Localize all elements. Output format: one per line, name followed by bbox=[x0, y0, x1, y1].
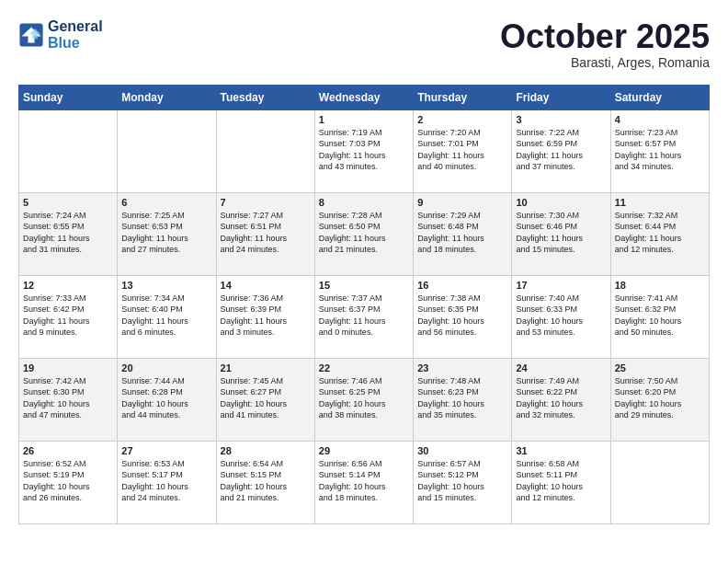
calendar-cell: 23Sunrise: 7:48 AM Sunset: 6:23 PM Dayli… bbox=[414, 358, 512, 441]
calendar-cell: 25Sunrise: 7:50 AM Sunset: 6:20 PM Dayli… bbox=[610, 358, 709, 441]
calendar-cell: 5Sunrise: 7:24 AM Sunset: 6:55 PM Daylig… bbox=[19, 192, 118, 275]
calendar-cell: 31Sunrise: 6:58 AM Sunset: 5:11 PM Dayli… bbox=[512, 441, 610, 523]
calendar-cell bbox=[216, 109, 314, 192]
day-number: 25 bbox=[615, 362, 705, 373]
cell-info: Sunrise: 7:23 AM Sunset: 6:57 PM Dayligh… bbox=[615, 127, 705, 173]
cell-info: Sunrise: 7:41 AM Sunset: 6:32 PM Dayligh… bbox=[615, 293, 705, 339]
cell-info: Sunrise: 7:38 AM Sunset: 6:35 PM Dayligh… bbox=[417, 293, 507, 339]
cell-info: Sunrise: 7:44 AM Sunset: 6:28 PM Dayligh… bbox=[121, 375, 211, 421]
day-number: 26 bbox=[23, 445, 113, 456]
calendar-cell bbox=[118, 109, 216, 192]
day-number: 2 bbox=[417, 114, 507, 125]
day-number: 17 bbox=[516, 280, 606, 291]
calendar-cell: 1Sunrise: 7:19 AM Sunset: 7:03 PM Daylig… bbox=[314, 109, 413, 192]
calendar-week-3: 12Sunrise: 7:33 AM Sunset: 6:42 PM Dayli… bbox=[19, 275, 710, 358]
day-number: 8 bbox=[319, 197, 409, 208]
cell-info: Sunrise: 7:33 AM Sunset: 6:42 PM Dayligh… bbox=[23, 293, 113, 339]
cell-info: Sunrise: 7:19 AM Sunset: 7:03 PM Dayligh… bbox=[319, 127, 409, 173]
calendar-cell: 8Sunrise: 7:28 AM Sunset: 6:50 PM Daylig… bbox=[314, 192, 413, 275]
weekday-header-sunday: Sunday bbox=[19, 85, 118, 109]
location-subtitle: Barasti, Arges, Romania bbox=[500, 55, 710, 70]
cell-info: Sunrise: 7:48 AM Sunset: 6:23 PM Dayligh… bbox=[417, 375, 507, 421]
cell-info: Sunrise: 7:42 AM Sunset: 6:30 PM Dayligh… bbox=[23, 375, 113, 421]
cell-info: Sunrise: 7:46 AM Sunset: 6:25 PM Dayligh… bbox=[319, 375, 409, 421]
cell-info: Sunrise: 7:28 AM Sunset: 6:50 PM Dayligh… bbox=[319, 210, 409, 256]
calendar-cell: 21Sunrise: 7:45 AM Sunset: 6:27 PM Dayli… bbox=[216, 358, 314, 441]
calendar-cell: 18Sunrise: 7:41 AM Sunset: 6:32 PM Dayli… bbox=[610, 275, 709, 358]
calendar-cell: 16Sunrise: 7:38 AM Sunset: 6:35 PM Dayli… bbox=[414, 275, 512, 358]
calendar-cell: 7Sunrise: 7:27 AM Sunset: 6:51 PM Daylig… bbox=[216, 192, 314, 275]
day-number: 13 bbox=[121, 280, 211, 291]
day-number: 22 bbox=[319, 362, 409, 373]
day-number: 31 bbox=[516, 445, 606, 456]
calendar-cell: 29Sunrise: 6:56 AM Sunset: 5:14 PM Dayli… bbox=[314, 441, 413, 523]
calendar-cell: 30Sunrise: 6:57 AM Sunset: 5:12 PM Dayli… bbox=[414, 441, 512, 523]
cell-info: Sunrise: 7:30 AM Sunset: 6:46 PM Dayligh… bbox=[516, 210, 606, 256]
day-number: 29 bbox=[319, 445, 409, 456]
cell-info: Sunrise: 6:56 AM Sunset: 5:14 PM Dayligh… bbox=[319, 458, 409, 504]
logo: General Blue bbox=[18, 18, 103, 52]
calendar-cell: 2Sunrise: 7:20 AM Sunset: 7:01 PM Daylig… bbox=[414, 109, 512, 192]
calendar-week-2: 5Sunrise: 7:24 AM Sunset: 6:55 PM Daylig… bbox=[19, 192, 710, 275]
logo-icon bbox=[18, 22, 44, 48]
day-number: 27 bbox=[121, 445, 211, 456]
weekday-header-tuesday: Tuesday bbox=[216, 85, 314, 109]
cell-info: Sunrise: 7:32 AM Sunset: 6:44 PM Dayligh… bbox=[615, 210, 705, 256]
day-number: 3 bbox=[516, 114, 606, 125]
day-number: 18 bbox=[615, 280, 705, 291]
cell-info: Sunrise: 7:45 AM Sunset: 6:27 PM Dayligh… bbox=[221, 375, 311, 421]
weekday-header-row: SundayMondayTuesdayWednesdayThursdayFrid… bbox=[19, 85, 710, 109]
calendar-cell: 20Sunrise: 7:44 AM Sunset: 6:28 PM Dayli… bbox=[118, 358, 216, 441]
day-number: 7 bbox=[221, 197, 311, 208]
cell-info: Sunrise: 7:29 AM Sunset: 6:48 PM Dayligh… bbox=[417, 210, 507, 256]
calendar-cell bbox=[19, 109, 118, 192]
day-number: 20 bbox=[121, 362, 211, 373]
calendar-cell: 9Sunrise: 7:29 AM Sunset: 6:48 PM Daylig… bbox=[414, 192, 512, 275]
day-number: 5 bbox=[23, 197, 113, 208]
day-number: 30 bbox=[417, 445, 507, 456]
weekday-header-monday: Monday bbox=[118, 85, 216, 109]
calendar-week-1: 1Sunrise: 7:19 AM Sunset: 7:03 PM Daylig… bbox=[19, 109, 710, 192]
weekday-header-saturday: Saturday bbox=[610, 85, 709, 109]
day-number: 21 bbox=[221, 362, 311, 373]
day-number: 16 bbox=[417, 280, 507, 291]
day-number: 24 bbox=[516, 362, 606, 373]
calendar-cell: 27Sunrise: 6:53 AM Sunset: 5:17 PM Dayli… bbox=[118, 441, 216, 523]
calendar-cell bbox=[610, 441, 709, 523]
calendar-cell: 15Sunrise: 7:37 AM Sunset: 6:37 PM Dayli… bbox=[314, 275, 413, 358]
day-number: 15 bbox=[319, 280, 409, 291]
day-number: 14 bbox=[221, 280, 311, 291]
calendar-cell: 12Sunrise: 7:33 AM Sunset: 6:42 PM Dayli… bbox=[19, 275, 118, 358]
calendar-week-4: 19Sunrise: 7:42 AM Sunset: 6:30 PM Dayli… bbox=[19, 358, 710, 441]
cell-info: Sunrise: 6:52 AM Sunset: 5:19 PM Dayligh… bbox=[23, 458, 113, 504]
calendar-cell: 3Sunrise: 7:22 AM Sunset: 6:59 PM Daylig… bbox=[512, 109, 610, 192]
cell-info: Sunrise: 7:22 AM Sunset: 6:59 PM Dayligh… bbox=[516, 127, 606, 173]
cell-info: Sunrise: 7:36 AM Sunset: 6:39 PM Dayligh… bbox=[221, 293, 311, 339]
calendar-week-5: 26Sunrise: 6:52 AM Sunset: 5:19 PM Dayli… bbox=[19, 441, 710, 523]
cell-info: Sunrise: 7:27 AM Sunset: 6:51 PM Dayligh… bbox=[221, 210, 311, 256]
weekday-header-wednesday: Wednesday bbox=[314, 85, 413, 109]
month-title: October 2025 bbox=[500, 18, 710, 55]
cell-info: Sunrise: 6:57 AM Sunset: 5:12 PM Dayligh… bbox=[417, 458, 507, 504]
cell-info: Sunrise: 7:34 AM Sunset: 6:40 PM Dayligh… bbox=[121, 293, 211, 339]
page-header: General Blue October 2025 Barasti, Arges… bbox=[18, 18, 710, 70]
calendar-cell: 26Sunrise: 6:52 AM Sunset: 5:19 PM Dayli… bbox=[19, 441, 118, 523]
day-number: 9 bbox=[417, 197, 507, 208]
calendar-cell: 28Sunrise: 6:54 AM Sunset: 5:15 PM Dayli… bbox=[216, 441, 314, 523]
calendar-cell: 11Sunrise: 7:32 AM Sunset: 6:44 PM Dayli… bbox=[610, 192, 709, 275]
calendar-cell: 6Sunrise: 7:25 AM Sunset: 6:53 PM Daylig… bbox=[118, 192, 216, 275]
calendar-cell: 10Sunrise: 7:30 AM Sunset: 6:46 PM Dayli… bbox=[512, 192, 610, 275]
calendar-cell: 4Sunrise: 7:23 AM Sunset: 6:57 PM Daylig… bbox=[610, 109, 709, 192]
cell-info: Sunrise: 7:49 AM Sunset: 6:22 PM Dayligh… bbox=[516, 375, 606, 421]
cell-info: Sunrise: 6:54 AM Sunset: 5:15 PM Dayligh… bbox=[221, 458, 311, 504]
title-block: October 2025 Barasti, Arges, Romania bbox=[500, 18, 710, 70]
cell-info: Sunrise: 7:24 AM Sunset: 6:55 PM Dayligh… bbox=[23, 210, 113, 256]
day-number: 12 bbox=[23, 280, 113, 291]
calendar-cell: 24Sunrise: 7:49 AM Sunset: 6:22 PM Dayli… bbox=[512, 358, 610, 441]
day-number: 6 bbox=[121, 197, 211, 208]
calendar-cell: 19Sunrise: 7:42 AM Sunset: 6:30 PM Dayli… bbox=[19, 358, 118, 441]
calendar-cell: 13Sunrise: 7:34 AM Sunset: 6:40 PM Dayli… bbox=[118, 275, 216, 358]
day-number: 28 bbox=[221, 445, 311, 456]
calendar-cell: 22Sunrise: 7:46 AM Sunset: 6:25 PM Dayli… bbox=[314, 358, 413, 441]
calendar-cell: 17Sunrise: 7:40 AM Sunset: 6:33 PM Dayli… bbox=[512, 275, 610, 358]
